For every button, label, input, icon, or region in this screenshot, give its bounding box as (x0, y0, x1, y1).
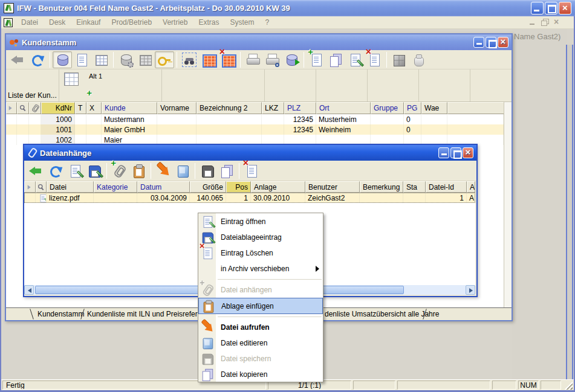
maximize-button[interactable] (486, 37, 496, 48)
column-groesse[interactable]: Größe (190, 181, 226, 193)
print-preview-button[interactable] (262, 51, 282, 68)
list-selector-button[interactable] (63, 72, 85, 92)
menu-item-datei-editieren[interactable]: Datei editieren (198, 335, 323, 351)
table-orange-button[interactable] (199, 51, 218, 68)
paste-button[interactable] (129, 162, 148, 179)
minimize-button[interactable] (531, 2, 544, 14)
column-pg[interactable]: PG (404, 102, 421, 114)
refresh-button[interactable] (28, 51, 47, 68)
attachment-row-selected[interactable]: lizenz.pdf 03.04.2009 140.065 1 30.09.20… (24, 193, 475, 203)
menu-item-eintrag-oeffnen[interactable]: Eintrag öffnen (198, 214, 323, 230)
column-datei-id[interactable]: Datei-Id (426, 181, 467, 193)
menu-item-datei-kopieren[interactable]: Datei kopieren (198, 367, 323, 382)
kundenstamm-vertical-scrollbar[interactable] (504, 102, 512, 307)
column-ort[interactable]: Ort (316, 102, 371, 114)
menu-system[interactable]: System (225, 17, 259, 28)
search-header[interactable] (36, 181, 47, 193)
minimize-button[interactable] (473, 37, 484, 48)
menu-item-eintrag-loeschen[interactable]: Eintrag Löschen (198, 245, 323, 261)
column-datei[interactable]: Datei (47, 181, 94, 193)
menu-extras[interactable]: Extras (193, 17, 224, 28)
column-pos[interactable]: Pos (226, 181, 251, 193)
key-button[interactable] (155, 51, 174, 68)
file-store-entry-button[interactable] (85, 162, 104, 179)
column-kdnr[interactable]: KdNr (41, 102, 75, 114)
menu-desk[interactable]: Desk (44, 17, 70, 28)
column-gruppe[interactable]: Gruppe (371, 102, 404, 114)
column-t[interactable]: T (75, 102, 86, 114)
tab-umsatzuebersicht[interactable]: denliste Umsatzübersicht alle Jahre (325, 310, 439, 318)
mdi-close-button[interactable] (552, 18, 562, 27)
table-gray-button[interactable] (135, 51, 155, 68)
menu-prod-betrieb[interactable]: Prod/Betrieb (106, 17, 157, 28)
scroll-left-button[interactable] (24, 285, 34, 295)
column-wae[interactable]: Wae (421, 102, 447, 114)
package-button[interactable] (389, 51, 409, 68)
database-export-button[interactable] (282, 51, 301, 68)
print-button[interactable] (243, 51, 262, 68)
save-file-button[interactable] (198, 162, 217, 179)
column-anlage[interactable]: Anlage (251, 181, 305, 193)
row-marker-header[interactable] (24, 181, 36, 193)
table-delete-button[interactable] (218, 51, 238, 68)
mdi-minimize-button[interactable] (528, 18, 538, 27)
resize-grip[interactable] (563, 381, 573, 390)
list-selector-label[interactable]: Liste der Kun... (8, 91, 57, 100)
back-button[interactable] (8, 51, 28, 68)
menu-item-ablage-einfuegen[interactable]: Ablage einfügen (198, 298, 323, 314)
menu-item-dateiablageeintrag[interactable]: Dateiablageeintrag (198, 230, 323, 245)
column-kategorie[interactable]: Kategorie (94, 181, 137, 193)
column-benutzer[interactable]: Benutzer (305, 181, 360, 193)
menu-item-datei-aufrufen[interactable]: Datei aufrufen (198, 320, 323, 335)
jar-button[interactable] (409, 51, 428, 68)
column-lkz[interactable]: LKZ (262, 102, 284, 114)
maximize-button[interactable] (450, 147, 461, 158)
column-datum[interactable]: Datum (137, 181, 190, 193)
dateianhaenge-titlebar[interactable]: Dateianhänge (24, 145, 476, 161)
record-edit-button[interactable] (345, 51, 365, 68)
table-row-selected[interactable]: 1001 Maier GmbH 12345 Weinheim 0 (6, 124, 504, 135)
edit-entry-button[interactable] (65, 162, 85, 179)
search-header[interactable] (17, 102, 29, 114)
delete-entry-button[interactable] (242, 162, 261, 179)
column-kunde[interactable]: Kunde (102, 102, 157, 114)
maximize-button[interactable] (545, 2, 557, 14)
column-bezeichnung2[interactable]: Bezeichnung 2 (197, 102, 262, 114)
database-button[interactable] (53, 51, 72, 68)
database-settings-button[interactable] (116, 51, 135, 68)
find-selection-button[interactable] (180, 51, 199, 68)
record-delete-button[interactable] (365, 51, 384, 68)
attach-file-button[interactable] (109, 162, 129, 179)
column-a[interactable]: A (467, 181, 475, 193)
column-vorname[interactable]: Vorname (157, 102, 197, 114)
record-add-button[interactable] (307, 51, 326, 68)
refresh-button[interactable] (46, 162, 65, 179)
tab-kundenstamm[interactable]: Kundenstamm (37, 310, 84, 318)
record-copy-button[interactable] (326, 51, 345, 68)
menu-help[interactable]: ? (260, 17, 274, 28)
table-row[interactable]: 1000 Mustermann 12345 Musterheim 0 (6, 114, 504, 124)
list-view-button[interactable] (72, 51, 91, 68)
back-button[interactable] (27, 162, 46, 179)
menu-item-in-archiv-verschieben[interactable]: in Archiv verschieben (198, 261, 323, 277)
close-button[interactable] (463, 147, 473, 158)
menu-vertrieb[interactable]: Vertrieb (158, 17, 192, 28)
kundenstamm-titlebar[interactable]: Kundenstamm (6, 34, 512, 50)
column-x[interactable]: X (86, 102, 102, 114)
column-bemerkung[interactable]: Bemerkung (360, 181, 403, 193)
copy-file-button[interactable] (217, 162, 236, 179)
close-button[interactable] (559, 2, 571, 14)
scroll-right-button[interactable] (466, 285, 475, 295)
row-marker-header[interactable] (6, 102, 17, 114)
column-sta[interactable]: Sta (403, 181, 426, 193)
grid-view-button[interactable] (91, 51, 111, 68)
minimize-button[interactable] (438, 147, 449, 158)
close-button[interactable] (498, 37, 508, 48)
menu-datei[interactable]: Datei (16, 17, 43, 28)
attachment-header[interactable] (29, 102, 41, 114)
mdi-restore-button[interactable] (540, 18, 550, 27)
edit-file-button[interactable] (173, 162, 192, 179)
open-file-button[interactable] (154, 162, 173, 179)
menu-einkauf[interactable]: Einkauf (71, 17, 105, 28)
column-plz[interactable]: PLZ (284, 102, 316, 114)
